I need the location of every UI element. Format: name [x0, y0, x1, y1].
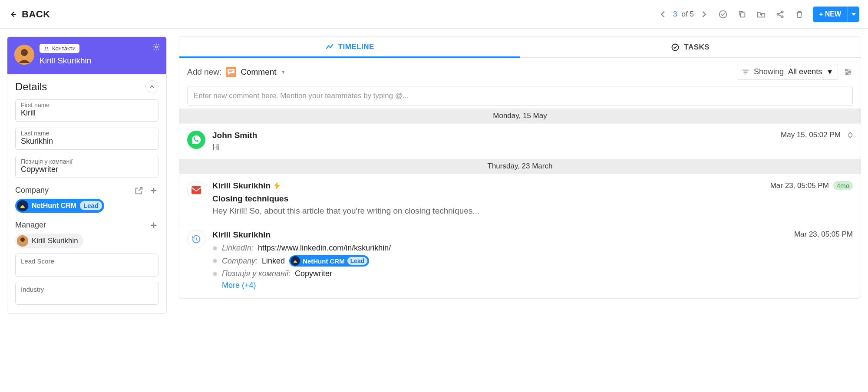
chevron-down-icon: ▼: [826, 68, 833, 76]
move-folder-icon[interactable]: [756, 9, 767, 20]
svg-point-3: [781, 11, 783, 13]
arrow-left-icon: [9, 10, 17, 19]
company-pill-name: NetHunt CRM: [32, 202, 76, 210]
svg-rect-17: [191, 186, 201, 194]
open-external-icon[interactable]: [134, 186, 144, 195]
delete-icon[interactable]: [794, 9, 805, 20]
timeline-entry-log: Kirill Skurikhin Mar 23, 05:05 PM Linked…: [179, 223, 861, 298]
industry-label: Industry: [21, 286, 153, 293]
log-row-more[interactable]: More (+4): [212, 280, 853, 291]
topbar-right: 3 of 5 + NEW: [657, 7, 859, 22]
entry-subject: Closing techniques: [212, 194, 853, 204]
tab-tasks[interactable]: TASKS: [520, 37, 861, 58]
tab-timeline[interactable]: TIMELINE: [179, 37, 520, 58]
back-button[interactable]: BACK: [9, 9, 50, 20]
entry-author: Kirill Skurikhin: [212, 230, 271, 240]
new-button-wrap: + NEW: [813, 7, 859, 22]
company-pill-stage: Lead: [80, 201, 102, 210]
timeline-entry-email: Kirill Skurikhin Mar 23, 05:05 PM 4mo Cl…: [179, 174, 861, 223]
collapse-toggle[interactable]: [145, 80, 158, 93]
lead-score-label: Lead Score: [21, 257, 153, 265]
last-name-field-wrap: Last name: [15, 128, 158, 150]
new-button[interactable]: + NEW: [813, 7, 847, 22]
entry-message: Hi: [212, 143, 853, 152]
svg-point-7: [21, 49, 28, 56]
contact-card: Контакти Kirill Skurikhin Details First …: [7, 36, 167, 314]
tab-bar: TIMELINE TASKS: [179, 37, 861, 58]
sliders-icon[interactable]: [843, 67, 853, 77]
svg-point-2: [777, 13, 779, 15]
company-section-label: Company: [15, 186, 49, 195]
comment-icon[interactable]: [226, 67, 236, 77]
expand-toggle[interactable]: [848, 132, 853, 138]
pager-current: 3: [673, 10, 677, 19]
industry-field[interactable]: Industry: [15, 282, 158, 305]
gear-icon[interactable]: [152, 43, 160, 53]
log-row: Company: Linked NetHunt CRM Lead: [212, 254, 853, 268]
events-filter[interactable]: Showing All events ▼: [737, 64, 838, 80]
comment-input[interactable]: Enter new comment here. Mention your tea…: [187, 86, 853, 106]
entry-age-badge: 4mo: [833, 181, 853, 190]
timeline-entry-whatsapp: John Smith May 15, 05:02 PM Hi: [179, 123, 861, 159]
entry-timestamp: Mar 23, 05:05 PM: [794, 230, 853, 239]
position-label: Позиція у компанії: [21, 158, 73, 165]
comment-type-caret[interactable]: ▼: [281, 69, 286, 75]
manager-section-label: Manager: [15, 221, 46, 230]
manager-chip[interactable]: Kirill Skurikhin: [15, 234, 83, 248]
first-name-field[interactable]: [21, 109, 153, 118]
record-pager: 3 of 5: [657, 9, 710, 20]
entry-author: Kirill Skurikhin: [212, 181, 271, 191]
folder-chip[interactable]: Контакти: [40, 44, 79, 53]
people-icon: [43, 46, 50, 52]
new-button-caret[interactable]: [847, 7, 859, 22]
pager-next[interactable]: [698, 9, 710, 20]
copy-icon[interactable]: [736, 9, 748, 20]
bullet-icon: [212, 271, 218, 277]
more-link[interactable]: More (+4): [222, 281, 256, 290]
position-field[interactable]: [21, 165, 153, 174]
mark-done-icon[interactable]: [717, 9, 729, 20]
log-value: Linked: [262, 257, 285, 266]
log-key: LinkedIn:: [222, 244, 254, 253]
svg-point-5: [155, 46, 158, 48]
entry-body-text: Hey Kirill! So, about this article that …: [212, 206, 853, 216]
bullet-icon: [212, 246, 218, 251]
svg-point-14: [846, 69, 848, 71]
card-body: Details First name Last name Позиція у к…: [7, 74, 166, 313]
filter-showing: Showing: [754, 67, 784, 76]
card-header: Контакти Kirill Skurikhin: [7, 37, 166, 74]
manager-avatar: [17, 235, 28, 247]
day-separator: Monday, 15 May: [179, 109, 861, 123]
log-key: Company:: [222, 257, 257, 266]
position-field-wrap: Позиція у компанії: [15, 156, 158, 178]
company-pill-inline[interactable]: NetHunt CRM Lead: [289, 255, 369, 267]
entry-timestamp: May 15, 05:02 PM: [781, 131, 841, 139]
log-key: Позиція у компанії:: [222, 269, 290, 278]
folder-label: Контакти: [52, 45, 76, 52]
pager-total: of 5: [682, 10, 694, 19]
svg-point-16: [846, 73, 848, 75]
last-name-field[interactable]: [21, 137, 153, 146]
tasks-icon: [671, 43, 680, 52]
company-pill[interactable]: NetHunt CRM Lead: [15, 199, 104, 213]
entry-author: John Smith: [212, 131, 257, 140]
log-value: https://www.linkedin.com/in/kskurikhin/: [258, 244, 391, 253]
log-value: Copywriter: [295, 269, 332, 278]
bolt-icon: [274, 182, 280, 190]
add-company-icon[interactable]: [149, 186, 158, 195]
whatsapp-icon: [187, 131, 205, 149]
svg-point-15: [849, 71, 851, 73]
svg-point-4: [781, 16, 783, 17]
email-icon: [187, 181, 205, 199]
lead-score-field[interactable]: Lead Score: [15, 254, 158, 277]
comment-type-label[interactable]: Comment: [241, 67, 276, 77]
svg-point-0: [719, 10, 727, 18]
bullet-icon: [212, 258, 218, 264]
share-icon[interactable]: [775, 9, 786, 20]
add-manager-icon[interactable]: [149, 221, 158, 230]
topbar: BACK 3 of 5 + NEW: [0, 0, 868, 29]
details-title: Details: [15, 81, 47, 93]
pager-prev[interactable]: [657, 9, 669, 20]
svg-point-9: [47, 47, 49, 49]
filter-value: All events: [788, 67, 822, 76]
